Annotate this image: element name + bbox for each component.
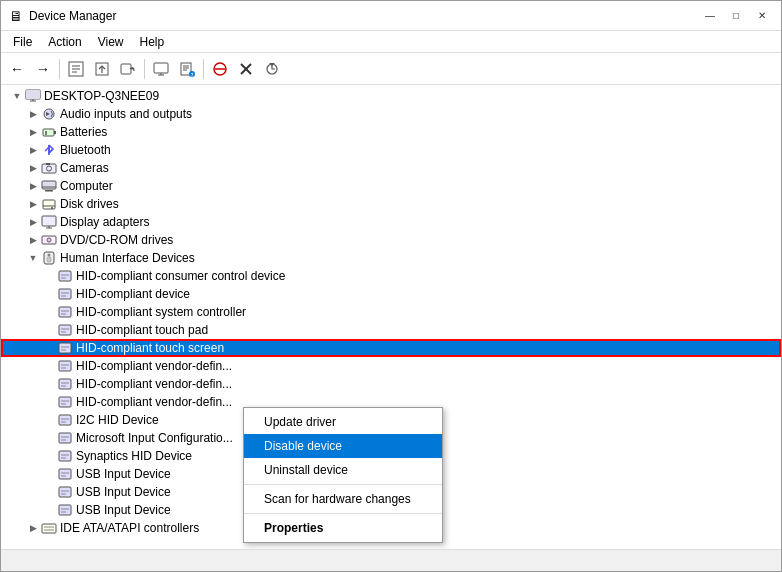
tree-hid-touchscreen[interactable]: ▶ HID-compliant touch screen: [1, 339, 781, 357]
usb3-icon: [57, 502, 73, 518]
svg-rect-81: [59, 451, 71, 461]
hid-touchscreen-label: HID-compliant touch screen: [76, 339, 224, 357]
svg-rect-29: [43, 129, 54, 136]
close-button[interactable]: ✕: [751, 5, 773, 27]
minimize-button[interactable]: —: [699, 5, 721, 27]
tree-audio[interactable]: ▶ Audio inputs and outputs: [1, 105, 781, 123]
menu-view[interactable]: View: [90, 33, 132, 51]
toolbar-disable[interactable]: [208, 57, 232, 81]
computer-icon: [25, 88, 41, 104]
expand-dvd[interactable]: ▶: [25, 232, 41, 248]
menu-action[interactable]: Action: [40, 33, 89, 51]
tree-computer[interactable]: ▶ Computer: [1, 177, 781, 195]
expand-bluetooth[interactable]: ▶: [25, 142, 41, 158]
batteries-label: Batteries: [60, 123, 107, 141]
ide-icon: [41, 520, 57, 536]
toolbar-update[interactable]: [260, 57, 284, 81]
tree-root[interactable]: ▼ DESKTOP-Q3NEE09: [1, 87, 781, 105]
maximize-button[interactable]: □: [725, 5, 747, 27]
svg-rect-6: [121, 64, 131, 74]
title-bar-controls: — □ ✕: [699, 5, 773, 27]
tree-hid[interactable]: ▼ Human Interface Devices: [1, 249, 781, 267]
toolbar-scan[interactable]: [116, 57, 140, 81]
svg-rect-60: [59, 325, 71, 335]
toolbar-back[interactable]: ←: [5, 57, 29, 81]
tree-hid-touchpad[interactable]: ▶ HID-compliant touch pad: [1, 321, 781, 339]
hid-device-label: HID-compliant device: [76, 285, 190, 303]
tree-hid-device[interactable]: ▶ HID-compliant device: [1, 285, 781, 303]
synaptics-icon: [57, 448, 73, 464]
audio-label: Audio inputs and outputs: [60, 105, 192, 123]
hid-system-label: HID-compliant system controller: [76, 303, 246, 321]
context-menu-scan-hardware[interactable]: Scan for hardware changes: [244, 487, 442, 511]
expand-root[interactable]: ▼: [9, 88, 25, 104]
menu-help[interactable]: Help: [132, 33, 173, 51]
tree-batteries[interactable]: ▶ Batteries: [1, 123, 781, 141]
hid-touchpad-icon: [57, 322, 73, 338]
toolbar-forward[interactable]: →: [31, 57, 55, 81]
toolbar-driver[interactable]: [90, 57, 114, 81]
svg-point-41: [51, 207, 53, 209]
expand-cameras[interactable]: ▶: [25, 160, 41, 176]
svg-rect-36: [42, 181, 56, 189]
expand-computer[interactable]: ▶: [25, 178, 41, 194]
expand-audio[interactable]: ▶: [25, 106, 41, 122]
svg-rect-33: [42, 164, 56, 173]
toolbar-sep-1: [59, 59, 60, 79]
dvd-label: DVD/CD-ROM drives: [60, 231, 173, 249]
toolbar-sep-2: [144, 59, 145, 79]
title-bar-left: 🖥 Device Manager: [9, 8, 116, 24]
svg-rect-50: [47, 257, 51, 262]
svg-rect-93: [42, 524, 56, 533]
expand-hid[interactable]: ▼: [25, 250, 41, 266]
toolbar-display[interactable]: [149, 57, 173, 81]
tree-hid-consumer[interactable]: ▶ HID-compliant consumer control device: [1, 267, 781, 285]
svg-rect-54: [59, 289, 71, 299]
microsoft-input-icon: [57, 430, 73, 446]
svg-rect-84: [59, 469, 71, 479]
expand-ide[interactable]: ▶: [25, 520, 41, 536]
menu-file[interactable]: File: [5, 33, 40, 51]
svg-text:?: ?: [191, 72, 194, 77]
tree-hid-system[interactable]: ▶ HID-compliant system controller: [1, 303, 781, 321]
window-title: Device Manager: [29, 9, 116, 23]
status-bar: [1, 549, 781, 571]
svg-rect-90: [59, 505, 71, 515]
expand-disk[interactable]: ▶: [25, 196, 41, 212]
bluetooth-label: Bluetooth: [60, 141, 111, 159]
tree-cameras[interactable]: ▶ Cameras: [1, 159, 781, 177]
display-label: Display adapters: [60, 213, 149, 231]
hid-touchscreen-icon: [57, 340, 73, 356]
svg-rect-39: [43, 200, 55, 209]
expand-batteries[interactable]: ▶: [25, 124, 41, 140]
audio-icon: [41, 106, 57, 122]
context-menu-disable-device[interactable]: Disable device: [244, 434, 442, 458]
toolbar-properties[interactable]: [64, 57, 88, 81]
toolbar-help[interactable]: ?: [175, 57, 199, 81]
usb1-icon: [57, 466, 73, 482]
usb2-label: USB Input Device: [76, 483, 171, 501]
tree-bluetooth[interactable]: ▶ Bluetooth: [1, 141, 781, 159]
svg-rect-78: [59, 433, 71, 443]
hid-consumer-label: HID-compliant consumer control device: [76, 267, 285, 285]
context-menu-update-driver[interactable]: Update driver: [244, 410, 442, 434]
main-content: ▼ DESKTOP-Q3NEE09 ▶ Audio inputs and out…: [1, 85, 781, 549]
tree-dvd[interactable]: ▶ DVD/CD-ROM drives: [1, 231, 781, 249]
hid-system-icon: [57, 304, 73, 320]
svg-rect-35: [46, 163, 50, 165]
tree-hid-vendor1[interactable]: ▶ HID-compliant vendor-defin...: [1, 357, 781, 375]
tree-display[interactable]: ▶ Display adapters: [1, 213, 781, 231]
hid-consumer-icon: [57, 268, 73, 284]
usb2-icon: [57, 484, 73, 500]
tree-hid-vendor2[interactable]: ▶ HID-compliant vendor-defin...: [1, 375, 781, 393]
context-menu-properties[interactable]: Properties: [244, 516, 442, 540]
hid-vendor2-icon: [57, 376, 73, 392]
computer-cat-icon: [41, 178, 57, 194]
disk-icon: [41, 196, 57, 212]
tree-disk[interactable]: ▶ Disk drives: [1, 195, 781, 213]
context-menu-uninstall-device[interactable]: Uninstall device: [244, 458, 442, 482]
toolbar-uninstall[interactable]: [234, 57, 258, 81]
svg-rect-75: [59, 415, 71, 425]
expand-display[interactable]: ▶: [25, 214, 41, 230]
toolbar: ← → ?: [1, 53, 781, 85]
